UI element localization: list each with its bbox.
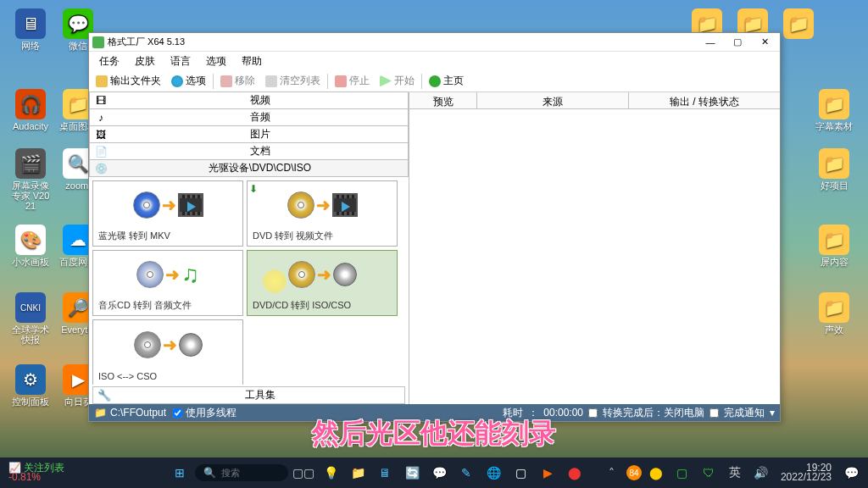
arrow-icon: ➜: [162, 195, 176, 215]
chevron-down-icon[interactable]: ▾: [770, 407, 775, 419]
tile-dvdcd-to-iso[interactable]: ➜ DVD/CD 转到 ISO/CSO: [247, 250, 398, 316]
taskbar-app[interactable]: ▶: [536, 461, 559, 485]
desktop-icon-screenrec[interactable]: 🎬屏幕录像专家 V2021: [10, 148, 51, 211]
menu-option[interactable]: 选项: [199, 52, 233, 71]
desktop-icon-cnki[interactable]: CNKI全球学术快报: [10, 292, 51, 345]
taskbar-app[interactable]: 💬: [427, 461, 451, 485]
notifications-button[interactable]: 💬: [839, 461, 863, 485]
menu-task[interactable]: 任务: [92, 52, 126, 71]
video-subtitle: 然后光区他还能刻录: [312, 415, 556, 452]
menu-language[interactable]: 语言: [164, 52, 198, 71]
tile-label: DVD/CD 转到 ISO/CSO: [248, 297, 397, 315]
tile-label: 音乐CD 转到 音频文件: [93, 297, 242, 315]
column-headers: 预览 来源 输出 / 转换状态: [409, 92, 780, 109]
toolbar-stop[interactable]: 停止: [331, 72, 373, 90]
format-factory-window: 格式工厂 X64 5.13 — ▢ ✕ 任务 皮肤 语言 选项 帮助 输出文件夹…: [88, 32, 781, 422]
stock-widget[interactable]: 📈 关注列表 -0.81%: [5, 463, 68, 482]
taskbar-app[interactable]: 🌐: [481, 461, 505, 485]
category-video[interactable]: 🎞视频: [89, 92, 409, 109]
header-preview[interactable]: 预览: [409, 92, 477, 108]
window-title: 格式工厂 X64 5.13: [108, 36, 698, 48]
toolbar-home[interactable]: 主页: [426, 72, 467, 90]
tile-bluray-to-mkv[interactable]: ➜ 蓝光碟 转到 MKV: [92, 180, 243, 247]
close-button[interactable]: ✕: [753, 35, 776, 50]
multithread-checkbox[interactable]: [173, 408, 182, 418]
category-document[interactable]: 📄文档: [89, 142, 409, 160]
tray-ime[interactable]: 英: [723, 461, 747, 485]
gear-icon: [171, 75, 183, 87]
start-button[interactable]: ⊞: [168, 461, 192, 485]
desktop-icon-label: 网络: [10, 41, 51, 51]
desktop-folder[interactable]: 📁好项目: [814, 148, 854, 191]
bluray-disc-icon: [133, 191, 160, 219]
desktop-icon-label: 全球学术快报: [10, 324, 51, 345]
shutdown-checkbox[interactable]: [588, 408, 598, 418]
desktop-icon-audacity[interactable]: 🎧Audacity: [10, 89, 51, 131]
menu-help[interactable]: 帮助: [235, 52, 269, 71]
desktop-folder[interactable]: 📁: [778, 8, 819, 41]
category-optical[interactable]: 💿光驱设备\DVD\CD\ISO: [89, 159, 409, 177]
clock-date: 2022/12/23: [781, 473, 832, 482]
left-panel: 🎞视频 ♪音频 🖼图片 📄文档 💿光驱设备\DVD\CD\ISO ➜ 蓝光碟 转…: [89, 92, 409, 404]
maximize-button[interactable]: ▢: [726, 35, 749, 50]
tile-iso-cso[interactable]: ➜ ISO <--> CSO: [92, 319, 243, 385]
toolbar-start[interactable]: 开始: [376, 72, 418, 90]
titlebar[interactable]: 格式工厂 X64 5.13 — ▢ ✕: [89, 33, 780, 52]
desktop-icon-label: Audacity: [10, 121, 51, 131]
taskbar-search[interactable]: 🔍: [195, 464, 288, 481]
output-path[interactable]: C:\FFOutput: [110, 407, 166, 419]
toolbar-clear[interactable]: 清空列表: [262, 72, 324, 90]
toolbar: 输出文件夹 选项 移除 清空列表 停止 开始 主页: [89, 70, 780, 92]
system-tray: ˄ 84 ⬤ ▢ 🛡 英 🔊 19:20 2022/12/23 💬: [600, 461, 863, 485]
menu-skin[interactable]: 皮肤: [128, 52, 162, 71]
taskbar-app[interactable]: 🖥: [373, 461, 397, 485]
header-status[interactable]: 输出 / 转换状态: [629, 92, 780, 108]
toolbar-remove[interactable]: 移除: [217, 72, 259, 90]
desktop-folder[interactable]: 📁屏内容: [814, 225, 854, 267]
tray-icon[interactable]: ⬤: [644, 461, 668, 485]
toolbar-output-folder[interactable]: 输出文件夹: [92, 72, 164, 90]
category-audio[interactable]: ♪音频: [89, 108, 409, 126]
taskbar-app[interactable]: 🔄: [400, 461, 424, 485]
category-tools[interactable]: 🔧工具集: [92, 386, 405, 404]
taskbar-clock[interactable]: 19:20 2022/12/23: [776, 463, 837, 482]
download-icon: ⬇: [249, 183, 258, 195]
desktop-icon-paint[interactable]: 🎨小水画板: [10, 225, 51, 267]
folder-icon: [96, 75, 108, 87]
tile-cd-to-audio[interactable]: ➜♫ 音乐CD 转到 音频文件: [92, 250, 243, 316]
tray-chevron[interactable]: ˄: [600, 461, 624, 485]
temperature-badge[interactable]: 84: [626, 465, 642, 480]
tray-icon[interactable]: ▢: [670, 461, 694, 485]
category-image[interactable]: 🖼图片: [89, 125, 409, 143]
multithread-label: 使用多线程: [186, 406, 236, 420]
tools-icon: 🔧: [97, 388, 112, 403]
minimize-button[interactable]: —: [698, 35, 722, 50]
file-list-area[interactable]: [409, 109, 780, 404]
desktop-folder[interactable]: 📁声效: [814, 292, 854, 335]
desktop-folder[interactable]: 📁字幕素材: [814, 89, 854, 131]
notify-checkbox[interactable]: [709, 408, 719, 418]
remove-icon: [220, 75, 232, 87]
header-source[interactable]: 来源: [477, 92, 629, 108]
document-icon: 📄: [93, 144, 108, 159]
cso-icon: [179, 333, 203, 357]
arrow-icon: ➜: [316, 195, 331, 215]
taskbar-app[interactable]: ✎: [454, 461, 478, 485]
app-icon: [92, 36, 104, 48]
taskbar-app[interactable]: 💡: [319, 461, 342, 485]
tray-network-icon[interactable]: 🔊: [749, 461, 773, 485]
arrow-icon: ➜: [165, 264, 180, 285]
taskbar-app[interactable]: ▢: [509, 461, 532, 485]
iso-disc-icon: [134, 331, 161, 358]
toolbar-option[interactable]: 选项: [168, 72, 209, 90]
tray-icon[interactable]: 🛡: [697, 461, 721, 485]
search-input[interactable]: [221, 468, 281, 478]
desktop-icon-network[interactable]: 🖥网络: [10, 8, 51, 51]
iso-icon: [333, 263, 357, 286]
task-view-button[interactable]: ▢▢: [292, 461, 315, 485]
stock-change: -0.81%: [8, 473, 64, 482]
tile-dvd-to-video[interactable]: ⬇ ➜ DVD 转到 视频文件: [247, 180, 398, 247]
taskbar-app[interactable]: 📁: [346, 461, 370, 485]
desktop-icon-controlpanel[interactable]: ⚙控制面板: [10, 364, 51, 407]
taskbar-app[interactable]: ⬤: [563, 461, 587, 485]
